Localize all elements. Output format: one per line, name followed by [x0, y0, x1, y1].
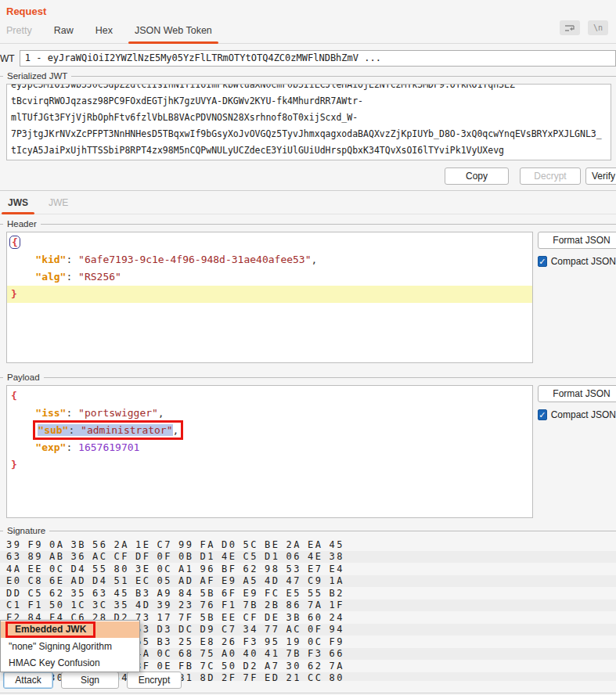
hex-byte: AB [49, 551, 71, 562]
hex-byte: 50 [49, 600, 71, 610]
hex-byte: FA [200, 539, 222, 550]
tab-raw[interactable]: Raw [54, 25, 74, 43]
hex-byte: A5 [243, 575, 265, 586]
hex-byte: 0C [157, 564, 179, 574]
hex-byte: 7C [200, 661, 222, 672]
jwt-selector-combobox[interactable]: 1 - eyJraWQiOiI2YWZlNzE5My05YzFlLTRmOTYt… [20, 50, 616, 67]
hex-byte: 76 [200, 600, 222, 610]
hex-byte: E9 [243, 588, 265, 599]
code-line: "sub": "administrator", [7, 422, 532, 439]
hex-byte: E5 [286, 588, 308, 599]
payload-json-editor[interactable]: { "iss": "portswigger", "sub": "administ… [6, 385, 533, 518]
hex-byte: 24 [330, 612, 351, 623]
encrypt-button[interactable]: Encrypt [127, 672, 182, 689]
hex-byte: D1 [200, 551, 222, 562]
hex-byte: FB [178, 661, 200, 672]
hex-byte: 34 [243, 624, 265, 635]
hex-byte: 86 [286, 600, 308, 610]
hex-byte: 7F [178, 612, 200, 623]
hex-byte: A1 [178, 564, 200, 574]
hex-row: 39F90A3B562A1EC799FAD05CBE2AEA45 [0, 538, 616, 551]
hex-byte: AD [178, 575, 200, 586]
wrap-icon[interactable] [560, 20, 580, 35]
tab-jws[interactable]: JWS [8, 197, 28, 214]
serialized-jwt-title: Serialized JWT [0, 71, 616, 81]
signature-section-title: Signature [0, 526, 616, 535]
hex-byte: 3C [92, 600, 114, 610]
sign-button[interactable]: Sign [61, 672, 119, 689]
hex-byte: 6F [222, 588, 243, 599]
hex-byte: 35 [71, 588, 93, 599]
hex-row: E0C86EADD451EC05ADAFE9A54D47C91A [0, 575, 616, 588]
hex-byte: 47 [286, 575, 308, 586]
hex-byte: 63 [92, 588, 114, 599]
hex-byte: 98 [265, 564, 286, 574]
menu-item-none-signing-algorithm[interactable]: "none" Signing Algorithm [1, 638, 139, 654]
hex-byte: 62 [308, 661, 330, 672]
hex-byte: 5C [243, 539, 265, 550]
hex-byte: 2B [265, 600, 286, 610]
hex-byte: 1F [330, 600, 351, 610]
payload-section: { "iss": "portswigger", "sub": "administ… [0, 385, 616, 518]
hex-byte: A0 [222, 648, 243, 659]
header-compact-json-checkbox[interactable]: ✓ [538, 256, 547, 267]
hex-byte: C5 [28, 588, 50, 599]
hex-byte: E0 [6, 575, 28, 586]
hex-byte: 0C [308, 636, 330, 647]
menu-item-hmac-key-confusion[interactable]: HMAC Key Confusion [1, 654, 139, 671]
attack-button[interactable]: Attack [3, 672, 53, 689]
hex-byte: 45 [330, 539, 351, 550]
hex-byte: DD [6, 588, 28, 599]
hex-byte: 0E [157, 661, 179, 672]
hex-byte: 38 [330, 551, 351, 562]
newline-icon[interactable]: \n [588, 20, 608, 35]
hex-byte: B3 [135, 588, 157, 599]
hex-byte: AC [92, 551, 114, 562]
menu-item-embedded-jwk[interactable]: Embedded JWK [1, 621, 139, 638]
serialized-jwt-textarea[interactable]: eyJpc3MiOiJwb3J0c3dpZ2dlciIsInN1YiI6ImFk… [6, 84, 611, 160]
hex-byte: AF [200, 575, 222, 586]
code-token: "exp" [35, 441, 66, 453]
hex-byte: 05 [157, 575, 179, 586]
hex-byte: D3 [157, 624, 179, 635]
hex-byte: D1 [265, 551, 286, 562]
hex-byte: DE [265, 612, 286, 623]
header-format-json-button[interactable]: Format JSON [538, 232, 616, 249]
hex-byte: CF [243, 612, 265, 623]
code-token: { [11, 390, 17, 402]
hex-row: 4AEE0CD455803E0CA196BF629853E7E4 [0, 563, 616, 575]
hex-byte: 94 [330, 624, 351, 635]
code-line: "kid": "6afe7193-9c1e-4f96-948d-31ae40af… [7, 251, 532, 268]
hex-row: C1F1501C3C354D392376F17B2B867A1F [0, 600, 616, 612]
hex-byte: 0B [178, 551, 200, 562]
payload-compact-json-checkbox[interactable]: ✓ [538, 409, 547, 420]
header-json-editor[interactable]: { "kid": "6afe7193-9c1e-4f96-948d-31ae40… [6, 232, 533, 363]
hex-byte: DC [178, 624, 200, 635]
tab-json-web-token[interactable]: JSON Web Token [135, 25, 212, 43]
payload-section-title: Payload [0, 373, 616, 382]
hex-byte: 35 [114, 600, 136, 610]
hex-byte: 3E [135, 564, 157, 574]
hex-byte: 17 [157, 612, 179, 623]
hex-byte: E7 [308, 564, 330, 574]
hex-byte: F9 [28, 539, 50, 550]
hex-byte: 75 [200, 648, 222, 659]
hex-byte: 5B [200, 588, 222, 599]
hex-byte: 7A [308, 600, 330, 610]
jws-jwe-tabbar: JWS JWE [0, 191, 616, 214]
tab-hex[interactable]: Hex [95, 25, 113, 43]
hex-byte: 0C [157, 648, 179, 659]
hex-byte: 26 [222, 636, 243, 647]
code-token: : [66, 407, 78, 419]
hex-byte: 84 [178, 588, 200, 599]
verify-button[interactable]: Verify [585, 167, 616, 185]
payload-format-json-button[interactable]: Format JSON [538, 385, 616, 402]
hex-byte: 99 [178, 539, 200, 550]
copy-button[interactable]: Copy [445, 167, 509, 185]
hex-byte: 4D [265, 575, 286, 586]
code-token: : [66, 441, 78, 453]
serialized-jwt-line: eyJpc3MiOiJwb3J0c3dpZ2dlciIsInN1YiI6ImFk… [11, 84, 607, 93]
hex-byte: 96 [200, 564, 222, 574]
hex-byte: 66 [330, 648, 351, 659]
bottom-action-bar: Attack Sign Encrypt [0, 672, 616, 690]
